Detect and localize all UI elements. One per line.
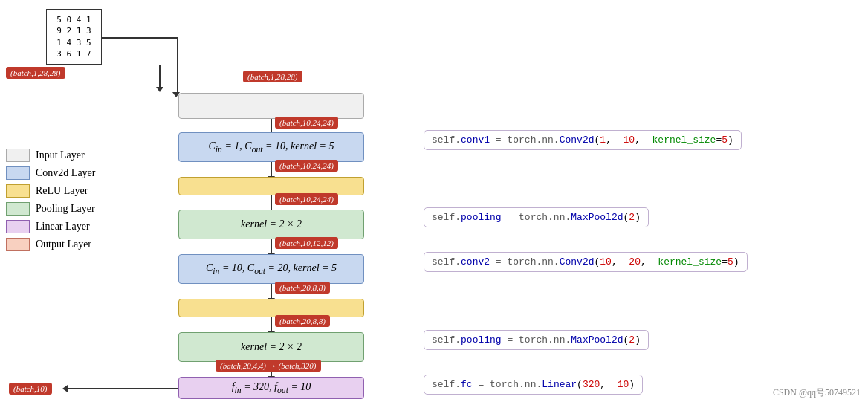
- legend-linear-box: [6, 220, 30, 233]
- arrow-horiz: [102, 37, 178, 39]
- arrow-entry-head: [172, 92, 180, 97]
- pool1-label: kernel = 2 × 2: [241, 218, 302, 230]
- watermark: CSDN @qq号50749521: [773, 386, 861, 399]
- legend-linear: Linear Layer: [6, 220, 95, 233]
- legend-relu-box: [6, 184, 30, 198]
- arrow-0: [271, 119, 272, 134]
- legend-pool: Pooling Layer: [6, 202, 95, 216]
- legend-conv: Conv2d Layer: [6, 166, 95, 180]
- legend-output: Output Layer: [6, 238, 95, 251]
- linear-label: fin = 320, fout = 10: [232, 381, 311, 395]
- dim-relu2-out: (batch,20,8,8): [275, 315, 330, 327]
- pool2-code: self.pooling = torch.nn.MaxPool2d(2): [424, 330, 649, 350]
- arrow-output: [67, 388, 178, 389]
- arrow-vert-entry: [177, 37, 178, 95]
- legend-conv-box: [6, 166, 30, 180]
- conv2-block: Cin = 10, Cout = 20, kernel = 5: [178, 254, 364, 284]
- legend-output-label: Output Layer: [36, 239, 91, 250]
- relu2-block: [178, 299, 364, 317]
- legend-relu-label: ReLU Layer: [36, 185, 88, 197]
- dim-pool1: (batch,10,24,24): [275, 193, 338, 205]
- input-dim-topleft: (batch,1,28,28): [6, 67, 65, 79]
- arrow-2: [271, 195, 272, 210]
- dim-label-0: (batch,1,28,28): [243, 71, 302, 82]
- conv1-code: self.conv1 = torch.nn.Conv2d(1, 10, kern…: [424, 130, 742, 150]
- legend-relu: ReLU Layer: [6, 184, 95, 198]
- linear-code: self.fc = torch.nn.Linear(320, 10): [424, 375, 643, 395]
- legend-input: Input Layer: [6, 149, 95, 162]
- conv2-code: self.conv2 = torch.nn.Conv2d(10, 20, ker…: [424, 252, 748, 272]
- arrow-4: [271, 284, 272, 299]
- conv2-label: Cin = 10, Cout = 20, kernel = 5: [206, 262, 337, 276]
- diagram-container: 5 0 4 1 9 2 1 3 1 4 3 5 3 6 1 7 (batch,1…: [0, 0, 868, 405]
- arrow-1: [271, 162, 272, 177]
- conv1-block: Cin = 1, Cout = 10, kernel = 5: [178, 132, 364, 162]
- dim-conv2-out: (batch,20,8,8): [275, 282, 330, 294]
- legend-pool-label: Pooling Layer: [36, 203, 95, 215]
- legend-pool-box: [6, 202, 30, 216]
- arrow-3: [271, 239, 272, 254]
- legend-input-label: Input Layer: [36, 149, 85, 161]
- conv1-label: Cin = 1, Cout = 10, kernel = 5: [208, 140, 334, 155]
- dim-output: (batch,10): [9, 383, 52, 395]
- dim-conv1: (batch,10,24,24): [275, 117, 338, 129]
- legend-linear-label: Linear Layer: [36, 221, 90, 233]
- input-image: 5 0 4 1 9 2 1 3 1 4 3 5 3 6 1 7: [46, 9, 102, 65]
- legend-conv-label: Conv2d Layer: [36, 167, 95, 179]
- legend: Input Layer Conv2d Layer ReLU Layer Pool…: [6, 149, 95, 251]
- pool1-code: self.pooling = torch.nn.MaxPool2d(2): [424, 207, 649, 227]
- legend-output-box: [6, 238, 30, 251]
- input-block: [178, 93, 364, 119]
- arrow-5: [271, 317, 272, 332]
- pool1-block: kernel = 2 × 2: [178, 210, 364, 239]
- linear-block: fin = 320, fout = 10: [178, 377, 364, 399]
- legend-input-box: [6, 149, 30, 162]
- pool2-label: kernel = 2 × 2: [241, 341, 302, 353]
- arrow-image-to-block: [159, 65, 161, 88]
- pool2-block: kernel = 2 × 2: [178, 332, 364, 362]
- dim-relu1: (batch,10,24,24): [275, 160, 338, 172]
- dim-pool1-out: (batch,10,12,12): [275, 237, 338, 249]
- dim-pool2-out: (batch,20,4,4) → (batch,320): [216, 360, 321, 372]
